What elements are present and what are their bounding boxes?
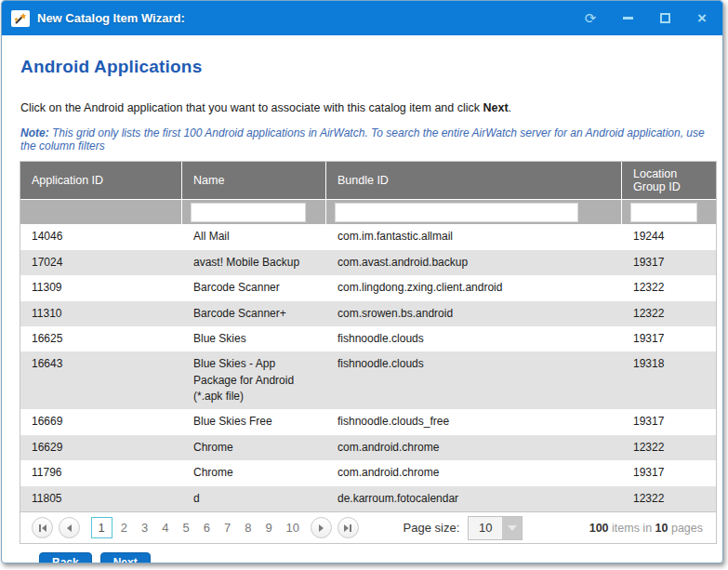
filter-cell-application-id [20, 200, 182, 224]
table-row[interactable]: 11796 Chrome com.android.chrome 19317 [20, 460, 716, 485]
next-page-icon [319, 524, 324, 532]
column-header-location-group-id[interactable]: Location Group ID [622, 162, 716, 199]
instruction-prefix: Click on the Android application that yo… [20, 101, 483, 114]
cell-bundle-id: com.srowen.bs.android [326, 301, 622, 326]
cell-location-group-id: 19318 [622, 351, 716, 409]
applications-grid: Application ID Name Bundle ID Location G… [20, 161, 717, 544]
back-button[interactable]: Back [39, 552, 92, 563]
table-row[interactable]: 16669 Blue Skies Free fishnoodle.clouds_… [20, 409, 716, 434]
cell-location-group-id: 19317 [622, 326, 716, 351]
cell-bundle-id: com.im.fantastic.allmail [326, 224, 622, 249]
refresh-icon[interactable]: ⟳ [583, 11, 598, 26]
chevron-down-icon[interactable] [502, 517, 522, 539]
page-size-control: Page size: 10 [404, 516, 523, 540]
items-count: 100 [589, 522, 609, 535]
minimize-icon[interactable] [620, 11, 635, 26]
pages-count: 10 [655, 522, 668, 535]
window-controls: ⟳ × [583, 11, 709, 26]
name-filter-input[interactable] [191, 203, 306, 222]
page-number-4[interactable]: 4 [156, 518, 174, 537]
column-header-bundle-id[interactable]: Bundle ID [326, 162, 622, 199]
wizard-footer: Back Next [39, 552, 722, 563]
page-number-9[interactable]: 9 [259, 518, 277, 537]
page-number-5[interactable]: 5 [177, 518, 194, 537]
table-row[interactable]: 11805 d de.karroum.fotocalendar 12322 [20, 486, 716, 511]
cell-bundle-id: com.avast.android.backup [326, 250, 622, 275]
page-number-1[interactable]: 1 [91, 517, 113, 538]
first-page-button[interactable] [32, 517, 53, 538]
titlebar: New Catalog Item Wizard: ⟳ × [2, 1, 722, 35]
cell-name: Blue Skies - App Package for Android (*.… [182, 351, 326, 409]
next-button[interactable]: Next [100, 552, 151, 563]
page-number-list: 1 2 3 4 5 6 7 8 9 10 [89, 517, 307, 538]
cell-application-id: 17024 [20, 250, 182, 275]
cell-application-id: 16669 [20, 409, 182, 434]
note-body: This grid only lists the first 100 Andro… [20, 126, 705, 152]
page-size-label: Page size: [404, 521, 460, 535]
cell-name: Blue Skies Free [182, 409, 326, 434]
cell-application-id: 11310 [20, 301, 182, 326]
cell-location-group-id: 12322 [622, 435, 716, 460]
column-header-application-id[interactable]: Application ID [20, 162, 182, 199]
cell-bundle-id: com.lingdong.zxing.client.android [326, 275, 622, 300]
cell-name: avast! Mobile Backup [182, 250, 326, 275]
page-size-value: 10 [469, 517, 502, 539]
previous-page-icon [67, 524, 72, 532]
instruction-bold: Next [483, 101, 509, 114]
wizard-dialog: New Catalog Item Wizard: ⟳ × Android App… [1, 0, 723, 563]
next-page-button[interactable] [311, 517, 332, 538]
instruction-suffix: . [509, 101, 511, 114]
page-number-7[interactable]: 7 [218, 518, 236, 537]
summary-mid: items in [609, 522, 655, 535]
cell-application-id: 11805 [20, 486, 182, 511]
table-row[interactable]: 16643 Blue Skies - App Package for Andro… [20, 351, 716, 409]
bundle-id-filter-input[interactable] [335, 203, 578, 222]
filter-cell-location-group-id [622, 200, 716, 224]
cell-application-id: 11309 [20, 275, 182, 300]
column-header-name[interactable]: Name [182, 162, 326, 199]
cell-location-group-id: 19317 [622, 409, 716, 434]
page-number-3[interactable]: 3 [136, 518, 153, 537]
page-number-2[interactable]: 2 [115, 518, 133, 537]
last-page-button[interactable] [338, 517, 359, 538]
page-size-dropdown[interactable]: 10 [468, 516, 523, 540]
cell-application-id: 16629 [20, 435, 182, 460]
page-number-10[interactable]: 10 [281, 518, 305, 537]
grid-header-row: Application ID Name Bundle ID Location G… [20, 162, 716, 199]
pager-summary: 100 items in 10 pages [589, 522, 703, 535]
cell-application-id: 14046 [20, 224, 182, 249]
cell-name: Barcode Scanner+ [182, 301, 326, 326]
page-title: Android Applications [20, 57, 722, 77]
cell-application-id: 16643 [20, 351, 182, 409]
cell-bundle-id: fishnoodle.clouds [326, 326, 622, 351]
cell-location-group-id: 12322 [622, 301, 716, 326]
cell-name: Blue Skies [182, 326, 326, 351]
table-row[interactable]: 16625 Blue Skies fishnoodle.clouds 19317 [20, 326, 716, 351]
filter-cell-bundle-id [326, 200, 622, 224]
cell-bundle-id: fishnoodle.clouds_free [326, 409, 622, 434]
grid-filter-row [20, 199, 716, 224]
note-text: Note: This grid only lists the first 100… [20, 126, 722, 152]
cell-application-id: 11796 [20, 460, 182, 485]
cell-location-group-id: 19317 [622, 460, 716, 485]
table-row[interactable]: 17024 avast! Mobile Backup com.avast.and… [20, 250, 716, 275]
note-label: Note: [20, 126, 49, 139]
location-group-id-filter-input[interactable] [630, 203, 697, 222]
maximize-icon[interactable] [657, 11, 672, 26]
table-row[interactable]: 16629 Chrome com.android.chrome 12322 [20, 435, 716, 460]
cell-location-group-id: 12322 [622, 486, 716, 511]
table-row[interactable]: 14046 All Mail com.im.fantastic.allmail … [20, 224, 716, 249]
cell-bundle-id: fishnoodle.clouds [326, 351, 622, 409]
table-row[interactable]: 11309 Barcode Scanner com.lingdong.zxing… [20, 275, 716, 300]
table-row[interactable]: 11310 Barcode Scanner+ com.srowen.bs.and… [20, 301, 716, 326]
grid-pager: 1 2 3 4 5 6 7 8 9 10 Page size: 10 [20, 511, 716, 543]
close-icon[interactable]: × [695, 11, 709, 26]
page-number-8[interactable]: 8 [239, 518, 257, 537]
dialog-content: Android Applications Click on the Androi… [2, 57, 722, 563]
cell-name: Chrome [182, 460, 326, 485]
page-number-6[interactable]: 6 [198, 518, 216, 537]
cell-name: Chrome [182, 435, 326, 460]
previous-page-button[interactable] [59, 517, 80, 538]
first-page-icon [39, 524, 41, 532]
summary-suffix: pages [668, 522, 703, 535]
